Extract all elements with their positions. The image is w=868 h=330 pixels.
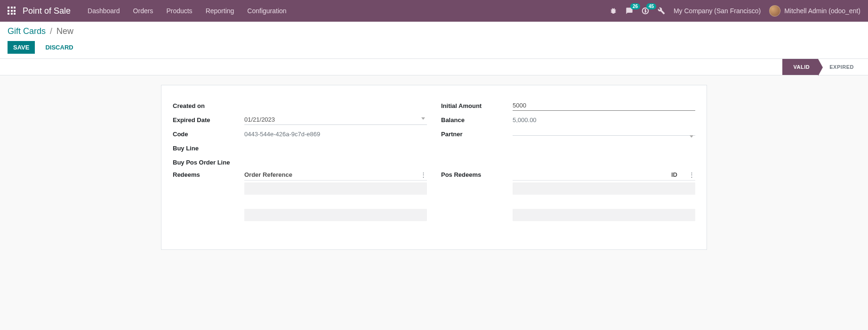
label-expired-date: Expired Date bbox=[173, 116, 244, 124]
value-code: 0443-544e-426a-9c7d-e869 bbox=[244, 131, 427, 138]
label-balance: Balance bbox=[441, 116, 513, 124]
chevron-down-icon bbox=[690, 135, 693, 138]
kebab-icon[interactable]: ⋮ bbox=[687, 171, 695, 178]
chevron-down-icon bbox=[421, 117, 425, 120]
breadcrumb-current: New bbox=[56, 26, 73, 36]
value-balance: 5,000.00 bbox=[513, 116, 695, 124]
kebab-icon[interactable]: ⋮ bbox=[418, 171, 427, 178]
label-redeems: Redeems bbox=[173, 169, 244, 178]
input-initial-amount[interactable] bbox=[513, 100, 695, 111]
label-created-on: Created on bbox=[173, 102, 244, 109]
input-partner[interactable] bbox=[513, 132, 695, 136]
form-sheet: Created on Expired Date 01/21/2023 Code … bbox=[161, 85, 707, 250]
nav-reporting[interactable]: Reporting bbox=[206, 7, 234, 15]
messages-icon[interactable]: 26 bbox=[626, 7, 633, 15]
table-row[interactable] bbox=[513, 209, 695, 221]
activities-badge: 45 bbox=[646, 3, 656, 9]
statusbar: VALID EXPIRED bbox=[0, 58, 868, 75]
redeems-table: Order Reference ⋮ bbox=[244, 169, 427, 221]
nav-dashboard[interactable]: Dashboard bbox=[88, 7, 120, 15]
app-title[interactable]: Point of Sale bbox=[23, 6, 71, 16]
nav-configuration[interactable]: Configuration bbox=[247, 7, 286, 15]
table-row[interactable] bbox=[244, 182, 427, 195]
pos-redeems-table: ID ⋮ bbox=[513, 169, 695, 221]
label-initial-amount: Initial Amount bbox=[441, 102, 513, 109]
debug-icon[interactable] bbox=[610, 7, 617, 15]
save-button[interactable]: SAVE bbox=[8, 41, 35, 54]
label-code: Code bbox=[173, 131, 244, 138]
status-expired[interactable]: EXPIRED bbox=[818, 59, 862, 75]
activities-icon[interactable]: 45 bbox=[642, 7, 649, 15]
nav-menu: Dashboard Orders Products Reporting Conf… bbox=[88, 7, 287, 15]
table-row[interactable] bbox=[513, 182, 695, 195]
control-panel: Gift Cards / New SAVE DISCARD bbox=[0, 22, 868, 58]
label-partner: Partner bbox=[441, 131, 513, 138]
label-buy-line: Buy Line bbox=[173, 145, 244, 152]
nav-orders[interactable]: Orders bbox=[133, 7, 153, 15]
user-menu[interactable]: Mitchell Admin (odoo_ent) bbox=[769, 5, 860, 16]
main-navbar: Point of Sale Dashboard Orders Products … bbox=[0, 0, 868, 22]
breadcrumb-root[interactable]: Gift Cards bbox=[8, 26, 46, 36]
input-expired-date[interactable]: 01/21/2023 bbox=[244, 115, 427, 125]
avatar bbox=[769, 5, 780, 16]
breadcrumb: Gift Cards / New bbox=[8, 26, 860, 36]
messages-badge: 26 bbox=[630, 3, 640, 9]
col-id[interactable]: ID bbox=[513, 171, 687, 178]
tools-icon[interactable] bbox=[658, 7, 665, 15]
nav-products[interactable]: Products bbox=[166, 7, 192, 15]
apps-icon[interactable] bbox=[8, 7, 16, 15]
company-selector[interactable]: My Company (San Francisco) bbox=[674, 7, 761, 15]
label-buy-pos-order-line: Buy Pos Order Line bbox=[173, 159, 244, 166]
user-name: Mitchell Admin (odoo_ent) bbox=[784, 7, 860, 15]
label-pos-redeems: Pos Redeems bbox=[441, 169, 513, 178]
discard-button[interactable]: DISCARD bbox=[40, 41, 79, 54]
table-row[interactable] bbox=[244, 209, 427, 221]
status-valid[interactable]: VALID bbox=[782, 59, 819, 75]
col-order-reference[interactable]: Order Reference bbox=[244, 171, 418, 178]
